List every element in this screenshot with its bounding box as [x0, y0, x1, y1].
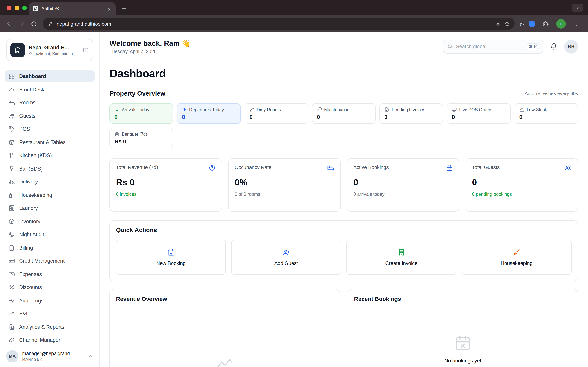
sidebar-item-dashboard[interactable]: Dashboard [5, 70, 95, 82]
hotel-logo-icon [10, 43, 25, 57]
profile-avatar[interactable]: RB [564, 40, 578, 53]
sidebar-item-label: Inventory [19, 218, 40, 224]
sidebar-item-credit-management[interactable]: Credit Management [5, 255, 95, 267]
arrow-left-icon [6, 20, 12, 27]
quick-action-create-invoice[interactable]: Create Invoice [346, 240, 456, 275]
quick-actions-title: Quick Actions [116, 227, 571, 234]
property-switcher[interactable]: Nepal Grand H... Lazimpat, Kathmandu [6, 39, 93, 61]
quick-action-new-booking[interactable]: New Booking [116, 240, 226, 275]
chevron-up-icon [88, 354, 93, 359]
window-zoom-button[interactable] [22, 6, 27, 10]
sidebar-item-guests[interactable]: Guests [5, 110, 95, 122]
sidebar-collapse-button[interactable] [83, 47, 89, 53]
sidebar-item-housekeeping[interactable]: Housekeeping [5, 189, 95, 201]
browser-tab[interactable]: AtithiOS × [29, 2, 116, 15]
site-info-icon[interactable] [47, 21, 53, 26]
broom-icon [513, 249, 520, 256]
stat-card-banquet-7d[interactable]: Banquet (7d)Rs 0 [110, 128, 173, 148]
property-overview-cards: Arrivals Today0Departures Today0Dirty Ro… [110, 103, 578, 148]
install-app-icon[interactable] [495, 21, 501, 26]
top-header: Welcome back, Ram 👋 Tuesday, April 7, 20… [100, 32, 588, 61]
help-icon[interactable] [209, 164, 216, 171]
sidebar-item-label: Credit Management [19, 258, 64, 264]
tag-icon [9, 126, 15, 132]
sidebar-item-p-l[interactable]: P&L [5, 308, 95, 320]
address-bar[interactable]: nepal-grand.atithios.com [43, 17, 514, 30]
activity-icon [9, 297, 15, 304]
bookmark-star-icon[interactable] [504, 21, 510, 26]
wine-icon [9, 165, 15, 172]
current-date: Tuesday, April 7, 2026 [110, 49, 191, 54]
calendar-x-icon [454, 334, 472, 352]
quick-action-add-guest[interactable]: Add Guest [231, 240, 341, 275]
stat-card-low-stock[interactable]: Low Stock0 [514, 103, 578, 124]
calendar-check-icon [446, 164, 453, 171]
stat-card-dirty-rooms[interactable]: Dirty Rooms0 [244, 103, 308, 124]
user-plus-icon [282, 249, 290, 256]
stat-card-live-pos-orders[interactable]: Live POS Orders0 [447, 103, 511, 124]
sidebar-item-restaurant-tables[interactable]: Restaurant & Tables [5, 136, 95, 148]
sidebar-item-discounts[interactable]: Discounts [5, 281, 95, 293]
stat-value: 0 [519, 114, 573, 120]
sidebar-item-audit-logs[interactable]: Audit Logs [5, 295, 95, 306]
back-button[interactable] [3, 17, 15, 30]
user-menu[interactable]: MA manager@nepalgrand.... MANAGER [0, 345, 99, 367]
stat-label: Arrivals Today [122, 107, 149, 112]
sidebar-item-front-desk[interactable]: Front Desk [5, 83, 95, 95]
invoice-icon [384, 107, 389, 112]
metric-card-total-guests: Total Guests00 pending bookings [466, 158, 578, 212]
metric-subtext: 0 arrivals today [353, 192, 453, 197]
sidebar-item-rooms[interactable]: Rooms [5, 97, 95, 108]
sidebar-item-label: Front Desk [19, 87, 44, 92]
window-minimize-button[interactable] [15, 6, 19, 10]
sidebar-item-expenses[interactable]: Expenses [5, 268, 95, 280]
reload-button[interactable] [27, 17, 40, 30]
brush-icon [249, 107, 254, 112]
window-controls [7, 6, 27, 10]
stat-value: 0 [182, 114, 236, 120]
quick-actions-grid: New BookingAdd GuestCreate InvoiceHousek… [116, 240, 571, 275]
stat-card-pending-invoices[interactable]: Pending Invoices0 [379, 103, 443, 124]
wrench-icon [317, 107, 322, 112]
section-title: Property Overview [110, 90, 165, 97]
sidebar-item-label: Night Audit [19, 232, 44, 237]
fx-extension-icon[interactable]: ƒx [520, 21, 524, 27]
quick-action-housekeeping[interactable]: Housekeeping [462, 240, 571, 275]
table-icon [9, 139, 15, 145]
arrow-right-icon [18, 20, 25, 27]
sidebar-item-billing[interactable]: Billing [5, 242, 95, 254]
forward-button[interactable] [15, 17, 27, 30]
extension-icon-blue[interactable] [529, 21, 535, 26]
box-icon [9, 218, 15, 225]
sidebar-item-delivery[interactable]: Delivery [5, 176, 95, 188]
landmark-icon [114, 132, 120, 136]
sidebar-item-night-audit[interactable]: Night Audit [5, 229, 95, 241]
bed-icon [327, 164, 334, 171]
global-search[interactable]: ⌘ K [443, 40, 543, 53]
sidebar-item-bar-bds[interactable]: Bar (BDS) [5, 163, 95, 175]
extensions-puzzle-icon[interactable] [539, 17, 552, 30]
metric-value: 0% [235, 177, 334, 188]
stat-card-maintenance[interactable]: Maintenance0 [312, 103, 376, 124]
sidebar-item-laundry[interactable]: Laundry [5, 202, 95, 214]
notifications-button[interactable] [550, 43, 557, 50]
spray-icon [9, 192, 15, 198]
sidebar-item-label: Guests [19, 113, 36, 119]
new-tab-button[interactable]: + [119, 3, 130, 14]
app: Nepal Grand H... Lazimpat, Kathmandu Das… [0, 32, 588, 367]
browser-profile-avatar[interactable]: r [556, 19, 566, 28]
sidebar-item-kitchen-kds[interactable]: Kitchen (KDS) [5, 150, 95, 161]
sidebar-item-label: Bar (BDS) [19, 166, 43, 171]
sidebar-item-pos[interactable]: POS [5, 123, 95, 135]
browser-menu-icon[interactable] [571, 17, 583, 30]
sidebar-item-inventory[interactable]: Inventory [5, 216, 95, 227]
sidebar-item-analytics-reports[interactable]: Analytics & Reports [5, 321, 95, 333]
window-close-button[interactable] [7, 6, 11, 10]
global-search-input[interactable] [456, 44, 524, 49]
sidebar-item-channel-manager[interactable]: Channel Manager [5, 334, 95, 345]
stat-card-arrivals-today[interactable]: Arrivals Today0 [110, 103, 173, 124]
stat-card-departures-today[interactable]: Departures Today0 [177, 103, 241, 124]
tab-search-button[interactable] [572, 4, 583, 12]
tab-close-icon[interactable]: × [107, 6, 112, 12]
sidebar: Nepal Grand H... Lazimpat, Kathmandu Das… [0, 32, 100, 367]
